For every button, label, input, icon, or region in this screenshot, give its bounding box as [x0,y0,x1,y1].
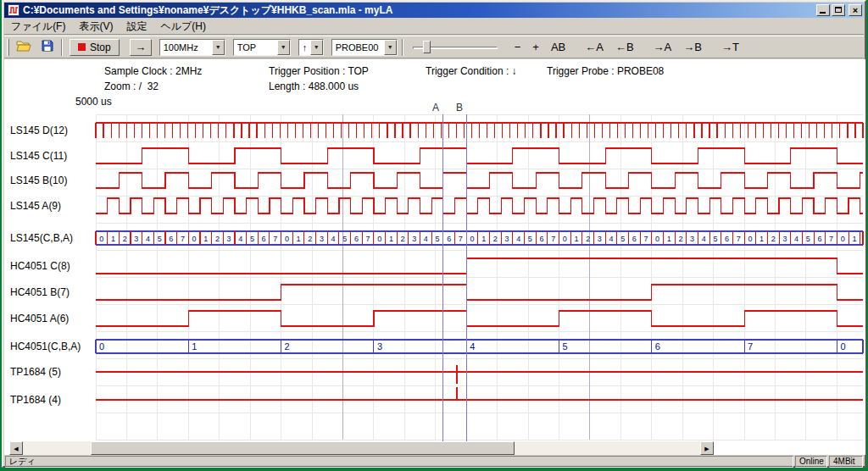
svg-text:5: 5 [620,235,625,243]
scroll-right-icon[interactable]: ▶ [700,441,714,455]
status-online: Online [795,456,827,468]
svg-text:3: 3 [320,235,324,243]
move-marker-b-button[interactable]: →B [679,38,706,56]
svg-text:5: 5 [713,235,717,243]
svg-text:1: 1 [389,235,393,243]
svg-text:1: 1 [203,235,208,243]
chevron-down-icon[interactable]: ▼ [277,40,290,55]
toolbar-separator [61,39,63,56]
waveform-hc4051-c [96,258,863,274]
chevron-down-icon[interactable]: ▼ [212,40,225,55]
close-button[interactable]: × [849,4,862,16]
waveform-ls145-b [96,173,863,188]
status-memory: 4MBit [829,456,863,468]
trigger-edge-combo[interactable]: ↑ ▼ [298,39,324,56]
app-window: C:¥Documents and Settings¥noname¥デスクトップ¥… [2,0,866,468]
svg-text:3: 3 [412,235,416,243]
svg-text:6: 6 [447,235,451,243]
svg-text:7: 7 [551,235,555,243]
waveform-tp1684-5 [96,365,863,384]
svg-text:4: 4 [331,235,336,243]
toolbar-grip [7,39,9,56]
goto-trigger-button[interactable]: →T [717,38,743,56]
svg-text:0: 0 [563,235,567,243]
statusbar: レディ Online 4MBit [5,456,863,468]
svg-text:5: 5 [250,235,254,243]
zoom-in-button[interactable]: + [528,38,543,56]
chevron-down-icon[interactable]: ▼ [310,40,323,55]
svg-text:1: 1 [760,235,764,243]
svg-text:3: 3 [505,235,509,243]
scrollbar-thumb[interactable] [91,441,515,455]
scroll-left-icon[interactable]: ◀ [9,441,23,455]
trigger-probe-combo[interactable]: PROBE00 ▼ [331,39,398,56]
svg-text:5: 5 [158,235,162,243]
svg-text:7: 7 [366,235,370,243]
run-button[interactable]: → [130,39,152,56]
svg-text:6: 6 [632,235,637,243]
titlebar[interactable]: C:¥Documents and Settings¥noname¥デスクトップ¥… [4,3,864,18]
trigger-probe-value: PROBE00 [332,40,384,55]
svg-text:1: 1 [481,235,486,243]
svg-text:2: 2 [493,235,498,243]
toolbar: Stop → 100MHz ▼ TOP ▼ ↑ ▼ PROBE00 ▼ − + … [4,36,864,58]
cursor-markers[interactable]: AB [432,102,466,442]
chevron-down-icon[interactable]: ▼ [384,40,397,55]
slider-thumb[interactable] [423,41,431,53]
waveform-ls145-c [96,148,863,163]
svg-text:3: 3 [690,235,694,243]
svg-text:0: 0 [99,341,104,352]
svg-text:2: 2 [401,235,405,243]
svg-text:5: 5 [342,235,347,243]
svg-text:7: 7 [737,235,741,243]
menu-file[interactable]: ファイル(F) [4,18,72,36]
waveform-ls145-a [96,198,863,213]
svg-text:B: B [456,102,463,114]
svg-text:4: 4 [702,235,706,243]
svg-text:3: 3 [134,235,138,243]
zoom-out-button[interactable]: − [510,38,526,56]
app-icon [8,4,19,16]
minimize-button[interactable] [816,4,830,16]
svg-text:A: A [432,102,439,114]
svg-text:2: 2 [771,235,776,243]
waveform-hc4051-b [96,285,863,300]
menu-settings[interactable]: 設定 [120,18,153,36]
svg-text:6: 6 [354,235,359,243]
floppy-icon [42,40,53,52]
window-title: C:¥Documents and Settings¥noname¥デスクトップ¥… [23,3,816,18]
svg-text:0: 0 [470,235,475,243]
save-button[interactable] [38,38,57,57]
svg-text:3: 3 [598,235,602,243]
stop-icon [78,43,86,51]
menu-help[interactable]: ヘルプ(H) [153,18,213,36]
svg-text:4: 4 [794,235,798,243]
horizontal-scrollbar[interactable]: ◀ ▶ [9,441,714,455]
svg-text:5: 5 [563,341,568,352]
svg-text:0: 0 [377,235,381,243]
menu-view[interactable]: 表示(V) [72,18,120,36]
svg-text:7: 7 [181,235,185,243]
svg-text:7: 7 [643,235,648,243]
maximize-button[interactable] [832,4,845,16]
svg-text:0: 0 [841,235,845,243]
svg-text:6: 6 [539,235,543,243]
svg-text:6: 6 [725,235,729,243]
trigger-position-combo[interactable]: TOP ▼ [233,39,291,56]
ab-button[interactable]: AB [547,38,570,56]
open-file-button[interactable] [13,38,35,57]
zoom-slider[interactable] [411,38,499,57]
waveform-plot[interactable]: 0123456701234567012345670123456701234567… [4,59,865,455]
sample-clock-combo[interactable]: 100MHz ▼ [159,39,225,56]
svg-text:4: 4 [609,235,613,243]
waveform-area: Sample Clock : 2MHz Trigger Position : T… [4,59,865,455]
goto-marker-a-button[interactable]: ←A [581,38,608,56]
waveform-hc4051-bus: 012345670 [96,340,863,353]
stop-button[interactable]: Stop [70,39,120,56]
svg-text:2: 2 [215,235,220,243]
goto-marker-b-button[interactable]: ←B [611,38,638,56]
waveform-hc4051-a [96,311,863,326]
svg-text:6: 6 [655,341,660,352]
toolbar-separator [402,39,403,56]
move-marker-a-button[interactable]: →A [649,38,676,56]
